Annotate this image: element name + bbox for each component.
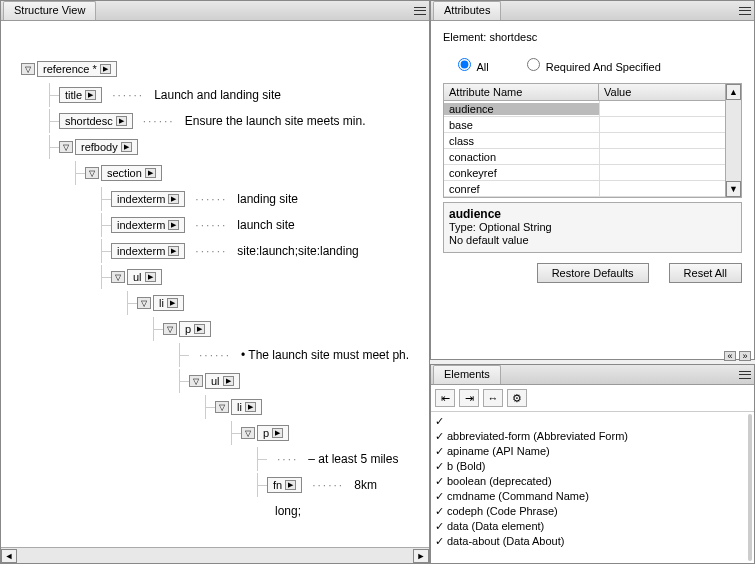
panel-menu-button[interactable] xyxy=(736,1,754,20)
attribute-row[interactable]: conref xyxy=(444,181,741,197)
panel-menu-button[interactable] xyxy=(411,1,429,20)
element-list-item[interactable]: ✓apiname (API Name) xyxy=(435,444,750,459)
scroll-right-icon[interactable]: ► xyxy=(413,549,429,563)
element-menu-icon[interactable]: ▶ xyxy=(285,480,296,490)
element-tag-p[interactable]: p▶ xyxy=(179,321,211,337)
scroll-left-icon[interactable]: ◄ xyxy=(1,549,17,563)
structure-view-header: Structure View xyxy=(1,1,429,21)
filter-all-radio[interactable]: All xyxy=(453,61,489,73)
node-text: site:launch;site:landing xyxy=(237,244,358,258)
collapse-toggle[interactable]: ▽ xyxy=(241,427,255,439)
horizontal-scrollbar[interactable]: ◄ ► xyxy=(1,547,429,563)
detail-name: audience xyxy=(449,207,501,221)
element-menu-icon[interactable]: ▶ xyxy=(272,428,283,438)
insert-after-icon[interactable]: ⇥ xyxy=(459,389,479,407)
element-menu-icon[interactable]: ▶ xyxy=(223,376,234,386)
structure-tree[interactable]: ▽ reference *▶ title▶ ······ Launch and … xyxy=(1,21,429,547)
element-tag-ul[interactable]: ul▶ xyxy=(127,269,162,285)
reset-all-button[interactable]: Reset All xyxy=(669,263,742,283)
node-text: landing site xyxy=(237,192,298,206)
element-menu-icon[interactable]: ▶ xyxy=(168,220,179,230)
collapse-toggle[interactable]: ▽ xyxy=(163,323,177,335)
element-list-item[interactable]: ✓ xyxy=(435,414,750,429)
element-tag-indexterm[interactable]: indexterm▶ xyxy=(111,243,185,259)
filter-required-radio[interactable]: Required And Specified xyxy=(522,61,661,73)
element-tag-li[interactable]: li▶ xyxy=(153,295,184,311)
attribute-row[interactable]: conkeyref xyxy=(444,165,741,181)
column-header-value[interactable]: Value xyxy=(599,84,741,100)
element-menu-icon[interactable]: ▶ xyxy=(168,246,179,256)
attributes-header: Attributes xyxy=(431,1,754,21)
element-list-item[interactable]: ✓codeph (Code Phrase) xyxy=(435,504,750,519)
vertical-scrollbar[interactable]: ▲ ▼ xyxy=(725,84,741,197)
scroll-up-icon[interactable]: ▲ xyxy=(726,84,741,100)
insert-before-icon[interactable]: ⇤ xyxy=(435,389,455,407)
element-tag-indexterm[interactable]: indexterm▶ xyxy=(111,217,185,233)
vertical-scrollbar[interactable] xyxy=(748,414,752,561)
collapse-toggle[interactable]: ▽ xyxy=(189,375,203,387)
elements-toolbar: ⇤ ⇥ ↔ ⚙ xyxy=(431,385,754,412)
collapse-toggle[interactable]: ▽ xyxy=(85,167,99,179)
panel-menu-button[interactable] xyxy=(736,365,754,384)
collapse-toggle[interactable]: ▽ xyxy=(21,63,35,75)
elements-panel: « » Elements ⇤ ⇥ ↔ ⚙ ✓✓abbreviated-form … xyxy=(430,364,755,564)
element-tag-li[interactable]: li▶ xyxy=(231,399,262,415)
structure-view-tab[interactable]: Structure View xyxy=(3,1,96,20)
element-menu-icon[interactable]: ▶ xyxy=(194,324,205,334)
element-tag-p[interactable]: p▶ xyxy=(257,425,289,441)
collapse-toggle[interactable]: ▽ xyxy=(59,141,73,153)
collapse-toggle[interactable]: ▽ xyxy=(137,297,151,309)
element-tag-reference[interactable]: reference *▶ xyxy=(37,61,117,77)
collapse-toggle[interactable]: ▽ xyxy=(111,271,125,283)
settings-icon[interactable]: ⚙ xyxy=(507,389,527,407)
node-text: 8km xyxy=(354,478,377,492)
element-menu-icon[interactable]: ▶ xyxy=(116,116,127,126)
element-list-item[interactable]: ✓abbreviated-form (Abbreviated Form) xyxy=(435,429,750,444)
attributes-tab[interactable]: Attributes xyxy=(433,1,501,20)
element-list-item[interactable]: ✓cmdname (Command Name) xyxy=(435,489,750,504)
column-header-name[interactable]: Attribute Name xyxy=(444,84,599,100)
element-menu-icon[interactable]: ▶ xyxy=(100,64,111,74)
element-tag-section[interactable]: section▶ xyxy=(101,165,162,181)
node-text: Launch and landing site xyxy=(154,88,281,102)
element-menu-icon[interactable]: ▶ xyxy=(145,272,156,282)
node-text: launch site xyxy=(237,218,294,232)
node-text: – at least 5 miles xyxy=(308,452,398,466)
element-menu-icon[interactable]: ▶ xyxy=(121,142,132,152)
panel-collapse-right-icon[interactable]: » xyxy=(739,351,751,361)
element-menu-icon[interactable]: ▶ xyxy=(85,90,96,100)
element-list-item[interactable]: ✓boolean (deprecated) xyxy=(435,474,750,489)
node-text: Ensure the launch site meets min. xyxy=(185,114,366,128)
element-menu-icon[interactable]: ▶ xyxy=(167,298,178,308)
detail-default: No default value xyxy=(449,234,529,246)
element-tag-refbody[interactable]: refbody▶ xyxy=(75,139,138,155)
element-list-item[interactable]: ✓b (Bold) xyxy=(435,459,750,474)
scroll-down-icon[interactable]: ▼ xyxy=(726,181,741,197)
element-tag-title[interactable]: title▶ xyxy=(59,87,102,103)
element-tag-shortdesc[interactable]: shortdesc▶ xyxy=(59,113,133,129)
element-label: Element: shortdesc xyxy=(443,31,742,43)
attribute-row[interactable]: class xyxy=(444,133,741,149)
element-tag-fn[interactable]: fn▶ xyxy=(267,477,302,493)
panel-collapse-left-icon[interactable]: « xyxy=(724,351,736,361)
element-list-item[interactable]: ✓data (Data element) xyxy=(435,519,750,534)
elements-list[interactable]: ✓✓abbreviated-form (Abbreviated Form)✓ap… xyxy=(431,412,754,563)
element-tag-indexterm[interactable]: indexterm▶ xyxy=(111,191,185,207)
swap-icon[interactable]: ↔ xyxy=(483,389,503,407)
attribute-detail: audience Type: Optional String No defaul… xyxy=(443,202,742,253)
collapse-toggle[interactable]: ▽ xyxy=(215,401,229,413)
element-menu-icon[interactable]: ▶ xyxy=(245,402,256,412)
restore-defaults-button[interactable]: Restore Defaults xyxy=(537,263,649,283)
structure-view-panel: Structure View ▽ reference *▶ title▶ ···… xyxy=(0,0,430,564)
element-tag-ul[interactable]: ul▶ xyxy=(205,373,240,389)
attribute-row[interactable]: base xyxy=(444,117,741,133)
attributes-panel: « » Attributes Element: shortdesc All Re… xyxy=(430,0,755,360)
element-menu-icon[interactable]: ▶ xyxy=(145,168,156,178)
node-text: • The launch site must meet ph. xyxy=(241,348,409,362)
element-menu-icon[interactable]: ▶ xyxy=(168,194,179,204)
attributes-table: Attribute Name Value audiencebaseclassco… xyxy=(443,83,742,198)
attribute-row[interactable]: conaction xyxy=(444,149,741,165)
element-list-item[interactable]: ✓data-about (Data About) xyxy=(435,534,750,549)
attribute-row[interactable]: audience xyxy=(444,101,741,117)
elements-tab[interactable]: Elements xyxy=(433,365,501,384)
